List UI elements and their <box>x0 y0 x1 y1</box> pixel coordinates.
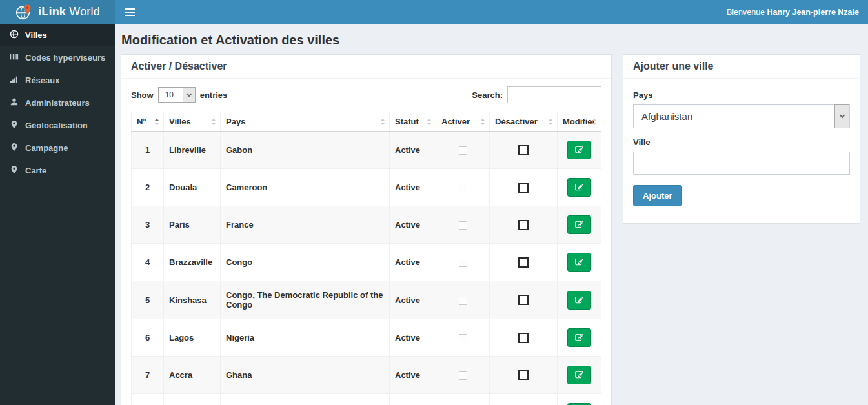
sidebar-toggle-icon[interactable] <box>115 0 145 24</box>
modifier-button[interactable] <box>567 215 591 234</box>
activer-checkbox[interactable] <box>459 221 467 230</box>
sidebar-item-villes[interactable]: Villes <box>0 24 115 46</box>
activer-checkbox[interactable] <box>459 146 467 155</box>
sidebar-item-label: Géolocalisation <box>25 121 88 130</box>
row-number: 6 <box>132 319 164 357</box>
desactiver-checkbox[interactable] <box>518 145 529 155</box>
table-header-row: N° Villes Pays Statut Activer Désactiver… <box>132 112 601 132</box>
sort-icon <box>548 119 553 125</box>
pays-cell: Nigeria <box>221 319 390 357</box>
entries-label: entries <box>200 90 228 100</box>
pays-cell: Ghana <box>221 357 390 394</box>
table-row: 5 Kinshasa Congo, The Democratic Republi… <box>132 281 601 319</box>
panel-title: Ajouter une ville <box>623 55 860 79</box>
sidebar-item-label: Villes <box>25 30 47 40</box>
top-bar: iLink World Bienvenue Hanry Jean-pierre … <box>0 0 868 24</box>
row-number: 8 <box>132 394 164 405</box>
activer-checkbox[interactable] <box>459 259 467 267</box>
sort-icon <box>211 119 216 125</box>
sidebar: Villes Codes hyperviseurs Réseaux Admini… <box>0 24 115 405</box>
ville-cell: Abidjan <box>164 394 221 405</box>
sort-icon <box>592 119 597 125</box>
modifier-button[interactable] <box>567 253 591 272</box>
pays-cell: Gabon <box>221 132 390 169</box>
column-header-num[interactable]: N° <box>132 112 164 132</box>
column-header-activer[interactable]: Activer <box>436 112 490 132</box>
welcome-text: Bienvenue Hanry Jean-pierre Nzale <box>727 8 868 17</box>
sidebar-item-geolocalisation[interactable]: Géolocalisation <box>0 114 115 137</box>
edit-icon <box>575 183 583 192</box>
table-row: 1 Libreville Gabon Active <box>132 132 601 169</box>
activer-checkbox[interactable] <box>459 334 467 342</box>
villes-table: N° Villes Pays Statut Activer Désactiver… <box>131 112 601 405</box>
sidebar-item-label: Administrateurs <box>25 98 90 108</box>
table-row: 7 Accra Ghana Active <box>132 357 601 394</box>
ville-cell: Brazzaville <box>164 244 221 281</box>
column-header-villes[interactable]: Villes <box>164 112 221 132</box>
pays-cell: France <box>221 206 390 244</box>
row-number: 1 <box>132 132 164 169</box>
pays-cell: Congo <box>221 244 390 281</box>
pays-cell: Cote d'Ivoire <box>221 394 390 405</box>
ville-cell: Accra <box>164 357 221 394</box>
sort-icon <box>427 119 432 125</box>
row-number: 4 <box>132 244 164 281</box>
activer-checkbox[interactable] <box>459 184 467 192</box>
modifier-button[interactable] <box>567 328 591 347</box>
modifier-button[interactable] <box>567 291 591 310</box>
desactiver-checkbox[interactable] <box>518 220 529 230</box>
page-title: Modification et Activation des villes <box>121 33 858 48</box>
page-length-select[interactable]: 10 <box>158 87 196 103</box>
table-body: 1 Libreville Gabon Active 2 Douala Camer… <box>132 132 601 405</box>
table-row: 2 Douala Cameroon Active <box>132 169 601 206</box>
statut-cell: Active <box>390 281 436 319</box>
activer-checkbox[interactable] <box>459 371 467 380</box>
row-number: 7 <box>132 357 164 394</box>
sidebar-item-administrateurs[interactable]: Administrateurs <box>0 92 115 114</box>
column-header-desactiver[interactable]: Désactiver <box>490 112 558 132</box>
table-row: 6 Lagos Nigeria Active <box>132 319 601 357</box>
row-number: 2 <box>132 169 164 206</box>
sidebar-item-label: Réseaux <box>25 75 59 85</box>
sort-icon <box>480 119 485 125</box>
column-header-statut[interactable]: Statut <box>390 112 436 132</box>
statut-cell: Active <box>390 206 436 244</box>
sidebar-item-carte[interactable]: Carte <box>0 159 115 182</box>
search-input[interactable] <box>507 86 601 103</box>
edit-icon <box>575 333 583 342</box>
modifier-button[interactable] <box>567 366 591 384</box>
modifier-button[interactable] <box>567 141 591 159</box>
map-marker-icon <box>10 165 19 176</box>
modifier-button[interactable] <box>567 178 591 197</box>
column-header-pays[interactable]: Pays <box>221 112 390 132</box>
sidebar-item-label: Campagne <box>25 143 68 153</box>
desactiver-checkbox[interactable] <box>518 183 529 193</box>
desactiver-checkbox[interactable] <box>518 295 529 305</box>
ajouter-button[interactable]: Ajouter <box>633 185 682 206</box>
map-marker-icon <box>10 120 19 131</box>
desactiver-checkbox[interactable] <box>518 370 529 380</box>
desactiver-checkbox[interactable] <box>518 333 529 343</box>
sidebar-item-label: Carte <box>25 166 46 175</box>
sidebar-item-codes-hyperviseurs[interactable]: Codes hyperviseurs <box>0 46 115 69</box>
sidebar-item-campagne[interactable]: Campagne <box>0 137 115 159</box>
ville-cell: Kinshasa <box>164 281 221 319</box>
ville-cell: Libreville <box>164 132 221 169</box>
column-header-modifier[interactable]: Modifier <box>558 112 601 132</box>
activer-checkbox[interactable] <box>459 297 467 305</box>
edit-icon <box>575 296 583 304</box>
statut-cell: Active <box>390 357 436 394</box>
desactiver-checkbox[interactable] <box>518 257 529 268</box>
brand-logo[interactable]: iLink World <box>0 0 115 24</box>
ville-cell: Lagos <box>164 319 221 357</box>
row-number: 3 <box>132 206 164 244</box>
sidebar-item-reseaux[interactable]: Réseaux <box>0 69 115 92</box>
table-row: 8 Abidjan Cote d'Ivoire Active <box>132 394 601 405</box>
sort-icon <box>154 119 159 125</box>
pays-select[interactable]: Afghanistan <box>633 104 850 128</box>
signal-icon <box>10 75 19 86</box>
ville-input[interactable] <box>633 152 850 175</box>
globe-icon <box>10 30 19 41</box>
edit-icon <box>575 371 583 379</box>
statut-cell: Active <box>390 132 436 169</box>
